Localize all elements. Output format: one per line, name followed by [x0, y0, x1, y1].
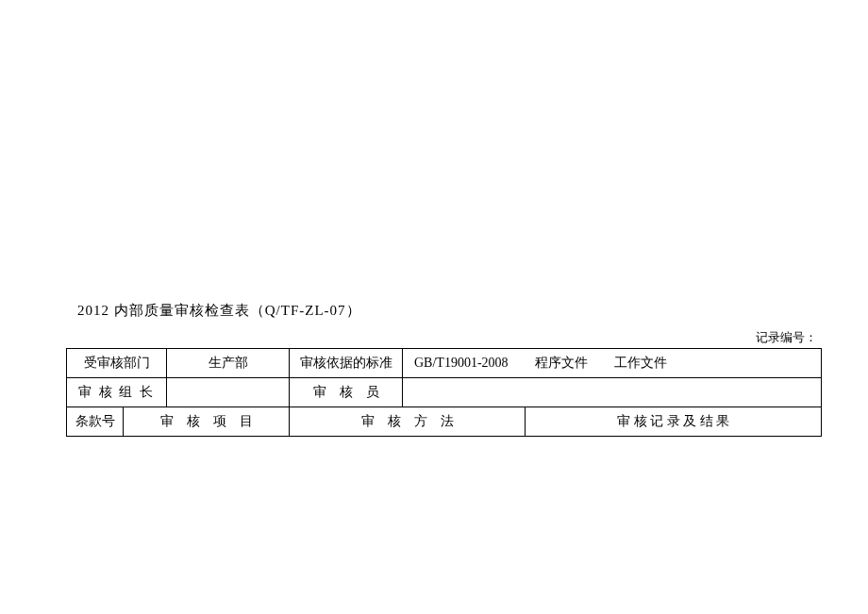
clause-no-header: 条款号 — [67, 407, 124, 437]
leader-value — [167, 378, 290, 407]
audit-table: 受审核部门 生产部 审核依据的标准 GB/T19001-2008 程序文件 工作… — [66, 348, 822, 437]
audit-item-header: 审 核 项 目 — [124, 407, 290, 437]
audit-method-header: 审 核 方 法 — [290, 407, 526, 437]
auditor-value — [403, 378, 822, 407]
standard-value: GB/T19001-2008 程序文件 工作文件 — [403, 349, 822, 378]
record-number-label: 记录编号： — [66, 329, 821, 346]
audit-result-header: 审 核 记 录 及 结 果 — [526, 407, 822, 437]
document-title: 2012 内部质量审核检查表（Q/TF-ZL-07） — [77, 302, 821, 320]
dept-value: 生产部 — [167, 349, 290, 378]
table-row: 受审核部门 生产部 审核依据的标准 GB/T19001-2008 程序文件 工作… — [67, 349, 822, 378]
leader-label: 审 核 组 长 — [67, 378, 167, 407]
table-row: 条款号 审 核 项 目 审 核 方 法 审 核 记 录 及 结 果 — [67, 407, 822, 437]
table-row: 审 核 组 长 审 核 员 — [67, 378, 822, 407]
dept-label: 受审核部门 — [67, 349, 167, 378]
auditor-label: 审 核 员 — [290, 378, 403, 407]
standard-label: 审核依据的标准 — [290, 349, 403, 378]
